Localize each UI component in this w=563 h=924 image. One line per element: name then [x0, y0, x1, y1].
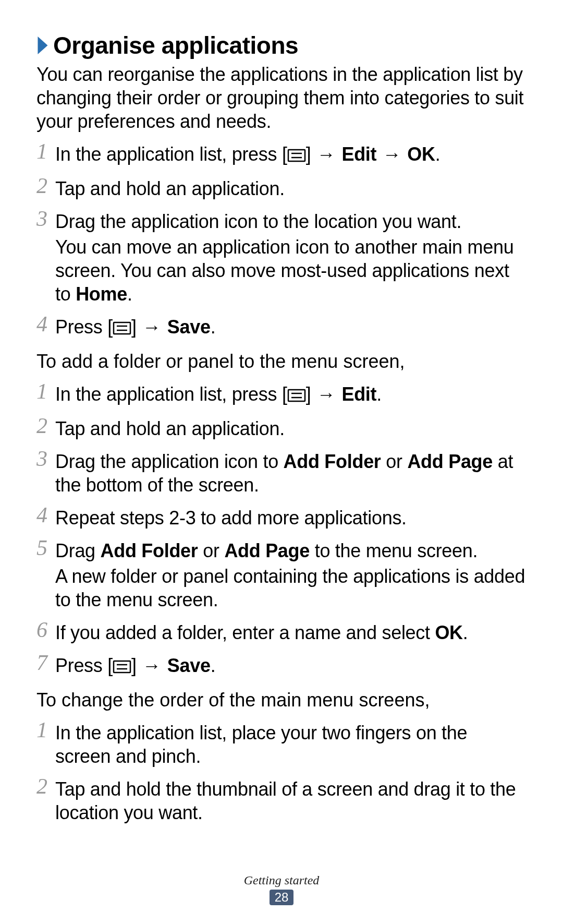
text: .	[435, 143, 440, 165]
text: Drag	[55, 540, 101, 561]
step-number: 4	[36, 313, 55, 335]
step-body: Tap and hold the thumbnail of a screen a…	[55, 777, 527, 826]
steps-reorganise: 1 In the application list, press [] → Ed…	[36, 142, 527, 342]
text: In the application list, place your two …	[55, 721, 527, 768]
text: ]	[131, 655, 141, 676]
text: If you added a folder, enter a name and …	[55, 622, 435, 643]
steps-add-folder: 1 In the application list, press [] → Ed…	[36, 382, 527, 681]
step-number: 1	[36, 140, 55, 162]
text: ]	[306, 143, 316, 165]
svg-rect-10	[114, 661, 130, 673]
step-body: Drag Add Folder or Add Page to the menu …	[55, 539, 527, 614]
text: A new folder or panel containing the app…	[55, 565, 527, 611]
step-body: Drag the application icon to Add Folder …	[55, 450, 527, 499]
bold-text: OK	[407, 143, 435, 165]
text: In the application list, press [	[55, 143, 287, 165]
text: or	[381, 451, 408, 472]
text: Drag the application icon to	[55, 451, 284, 472]
step-body: In the application list, press [] → Edit…	[55, 142, 527, 170]
step: 6 If you added a folder, enter a name an…	[36, 621, 527, 646]
menu-icon	[287, 144, 306, 167]
step-body: Tap and hold an application.	[55, 417, 527, 442]
page-footer: Getting started 28	[0, 873, 563, 905]
step: 1 In the application list, press [] → Ed…	[36, 142, 527, 170]
text: or	[198, 540, 225, 561]
step-body: Press [] → Save.	[55, 654, 527, 681]
bold-text: Home	[76, 283, 127, 305]
bold-text: Save	[167, 316, 211, 338]
intro-text: You can reorganise the applications in t…	[36, 63, 527, 133]
text: .	[211, 655, 216, 676]
step: 4 Press [] → Save.	[36, 315, 527, 342]
subheading: To add a folder or panel to the menu scr…	[36, 350, 527, 373]
bold-text: Add Page	[224, 540, 310, 561]
svg-marker-0	[38, 37, 47, 54]
menu-icon	[287, 384, 306, 407]
text: Repeat steps 2-3 to add more application…	[55, 506, 527, 530]
footer-section: Getting started	[0, 873, 563, 887]
step-number: 2	[36, 175, 55, 197]
steps-change-order: 1 In the application list, place your tw…	[36, 721, 527, 826]
bold-text: Edit	[341, 143, 376, 165]
text: Press [	[55, 316, 113, 338]
step-number: 5	[36, 537, 55, 559]
step-body: Press [] → Save.	[55, 315, 527, 342]
text: .	[211, 316, 216, 338]
bold-text: Save	[167, 655, 211, 676]
bold-text: Add Page	[407, 451, 493, 472]
svg-rect-1	[288, 150, 305, 161]
text: ]	[306, 383, 316, 405]
step-number: 2	[36, 775, 55, 797]
step-body: Repeat steps 2-3 to add more application…	[55, 506, 527, 532]
step-body: If you added a folder, enter a name and …	[55, 621, 527, 646]
section-heading: Organise applications	[36, 31, 527, 59]
step-body: Drag the application icon to the locatio…	[55, 210, 527, 308]
step: 3 Drag the application icon to the locat…	[36, 210, 527, 308]
step-number: 3	[36, 208, 55, 230]
menu-icon	[113, 317, 131, 340]
chevron-right-icon	[36, 35, 50, 55]
step-body: Tap and hold an application.	[55, 177, 527, 202]
text: Drag the application icon to the locatio…	[55, 210, 527, 233]
step-number: 1	[36, 719, 55, 741]
text: .	[376, 383, 382, 405]
text: Press [	[55, 655, 113, 676]
text: .	[127, 283, 132, 305]
page-number-badge: 28	[270, 890, 294, 905]
manual-page: Organise applications You can reorganise…	[0, 0, 563, 924]
bold-text: Add Folder	[101, 540, 198, 561]
bold-text: Add Folder	[284, 451, 381, 472]
step: 4 Repeat steps 2-3 to add more applicati…	[36, 506, 527, 532]
svg-rect-7	[288, 390, 305, 401]
step-body: In the application list, press [] → Edit…	[55, 382, 527, 410]
text: Tap and hold the thumbnail of a screen a…	[55, 777, 527, 824]
step-body: In the application list, place your two …	[55, 721, 527, 770]
arrow-icon: →	[142, 315, 161, 339]
step-number: 7	[36, 652, 55, 674]
arrow-icon: →	[383, 142, 401, 166]
svg-rect-4	[114, 322, 130, 334]
arrow-icon: →	[317, 142, 336, 166]
arrow-icon: →	[317, 382, 336, 406]
step-number: 4	[36, 504, 55, 526]
step: 3 Drag the application icon to Add Folde…	[36, 450, 527, 499]
step: 1 In the application list, press [] → Ed…	[36, 382, 527, 410]
text: to the menu screen.	[310, 540, 478, 561]
subheading: To change the order of the main menu scr…	[36, 688, 527, 712]
text: Tap and hold an application.	[55, 177, 527, 200]
text: ]	[131, 316, 141, 338]
step: 2 Tap and hold the thumbnail of a screen…	[36, 777, 527, 826]
bold-text: Edit	[341, 383, 376, 405]
step: 2 Tap and hold an application.	[36, 177, 527, 202]
text: In the application list, press [	[55, 383, 287, 405]
step: 1 In the application list, place your tw…	[36, 721, 527, 770]
step-number: 1	[36, 380, 55, 402]
step: 7 Press [] → Save.	[36, 654, 527, 681]
menu-icon	[113, 655, 131, 679]
heading-text: Organise applications	[53, 31, 298, 59]
bold-text: OK	[435, 622, 462, 643]
arrow-icon: →	[142, 654, 161, 677]
step-number: 6	[36, 619, 55, 641]
step: 2 Tap and hold an application.	[36, 417, 527, 442]
step-number: 3	[36, 448, 55, 470]
